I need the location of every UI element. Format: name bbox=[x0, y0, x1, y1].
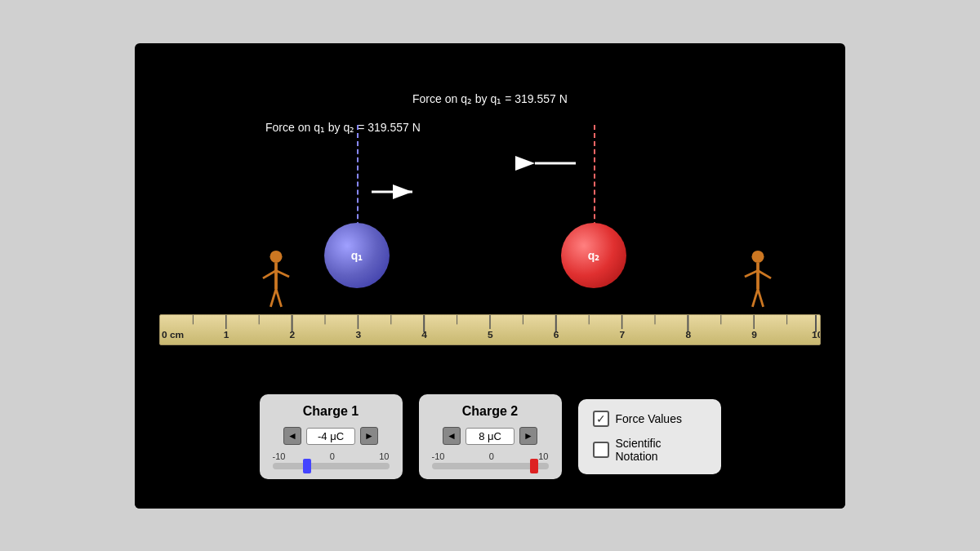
charge1-label: q₁ bbox=[351, 249, 363, 262]
svg-text:7: 7 bbox=[620, 329, 626, 340]
simulation-area: Force on q₁ by q₂ = 319.557 N Force on q… bbox=[135, 43, 845, 362]
svg-text:10: 10 bbox=[812, 329, 820, 340]
svg-text:4: 4 bbox=[421, 329, 427, 340]
charge2-slider-thumb[interactable] bbox=[530, 459, 538, 473]
svg-text:9: 9 bbox=[751, 329, 757, 340]
charge2-slider[interactable] bbox=[432, 463, 549, 469]
force-values-checkbox[interactable]: ✓ bbox=[593, 411, 609, 427]
svg-text:5: 5 bbox=[488, 329, 493, 340]
charge2-slider-container: -10 0 10 bbox=[432, 451, 549, 469]
scientific-notation-checkbox[interactable] bbox=[593, 442, 609, 458]
charge1-decrease-button[interactable]: ◄ bbox=[283, 427, 301, 445]
svg-text:0 cm: 0 cm bbox=[162, 329, 184, 340]
charge2-decrease-button[interactable]: ◄ bbox=[443, 427, 461, 445]
charge1-slider[interactable] bbox=[273, 463, 390, 469]
svg-point-4 bbox=[270, 250, 282, 262]
charge2-ball[interactable]: q₂ bbox=[561, 223, 626, 288]
svg-point-10 bbox=[751, 250, 764, 262]
svg-line-15 bbox=[758, 289, 764, 307]
figure-left-svg bbox=[256, 249, 296, 318]
charge1-slider-labels: -10 0 10 bbox=[273, 451, 390, 461]
svg-text:8: 8 bbox=[685, 329, 691, 340]
figure-right-svg bbox=[737, 249, 778, 318]
force1-label: Force on q₁ by q₂ = 319.557 N bbox=[265, 121, 421, 134]
charge1-slider-min: -10 bbox=[273, 451, 286, 461]
svg-line-12 bbox=[745, 270, 758, 277]
charge2-slider-max: 10 bbox=[538, 451, 548, 461]
ruler-background: 0 cm 1 2 3 4 5 6 7 bbox=[159, 314, 821, 345]
options-panel: ✓ Force Values Scientific Notation bbox=[578, 399, 721, 474]
charge2-label: q₂ bbox=[588, 249, 600, 262]
force-values-label: Force Values bbox=[616, 412, 682, 425]
charge1-slider-container: -10 0 10 bbox=[273, 451, 390, 469]
charge2-slider-mid: 0 bbox=[489, 451, 494, 461]
svg-line-7 bbox=[263, 270, 276, 278]
charge1-increase-button[interactable]: ► bbox=[360, 427, 378, 445]
figure-right bbox=[737, 249, 778, 314]
charge1-ball[interactable]: q₁ bbox=[324, 223, 390, 288]
svg-line-8 bbox=[270, 289, 276, 307]
force2-label: Force on q₂ by q₁ = 319.557 N bbox=[412, 92, 568, 105]
svg-text:6: 6 bbox=[554, 329, 559, 340]
charge2-panel: Charge 2 ◄ 8 μC ► -10 0 10 bbox=[419, 394, 562, 479]
ruler: 0 cm 1 2 3 4 5 6 7 bbox=[159, 314, 821, 345]
simulation-container: Force on q₁ by q₂ = 319.557 N Force on q… bbox=[135, 43, 845, 509]
svg-text:2: 2 bbox=[290, 329, 296, 340]
scientific-notation-label: Scientific Notation bbox=[616, 437, 706, 463]
charge1-panel-title: Charge 1 bbox=[303, 404, 359, 419]
svg-text:1: 1 bbox=[224, 329, 229, 340]
svg-line-6 bbox=[276, 270, 289, 277]
charge1-slider-thumb[interactable] bbox=[303, 459, 311, 473]
charge1-slider-max: 10 bbox=[379, 451, 389, 461]
ruler-svg: 0 cm 1 2 3 4 5 6 7 bbox=[160, 315, 820, 344]
charge2-value: 8 μC bbox=[466, 428, 514, 445]
force-values-option[interactable]: ✓ Force Values bbox=[593, 411, 706, 427]
scientific-notation-option[interactable]: Scientific Notation bbox=[593, 437, 706, 463]
figure-left bbox=[256, 249, 296, 314]
charge2-slider-min: -10 bbox=[432, 451, 445, 461]
charge1-panel: Charge 1 ◄ -4 μC ► -10 0 10 bbox=[260, 394, 403, 479]
charge1-slider-mid: 0 bbox=[330, 451, 335, 461]
charge2-increase-button[interactable]: ► bbox=[519, 427, 537, 445]
bottom-panel: Charge 1 ◄ -4 μC ► -10 0 10 Charge 2 bbox=[135, 366, 845, 509]
svg-line-9 bbox=[276, 289, 282, 307]
charge1-control-row: ◄ -4 μC ► bbox=[283, 427, 378, 445]
svg-line-14 bbox=[752, 289, 758, 307]
charge2-panel-title: Charge 2 bbox=[462, 404, 518, 419]
charge2-control-row: ◄ 8 μC ► bbox=[443, 427, 537, 445]
svg-text:3: 3 bbox=[355, 329, 361, 340]
svg-line-13 bbox=[758, 270, 771, 278]
charge1-value: -4 μC bbox=[306, 428, 355, 445]
